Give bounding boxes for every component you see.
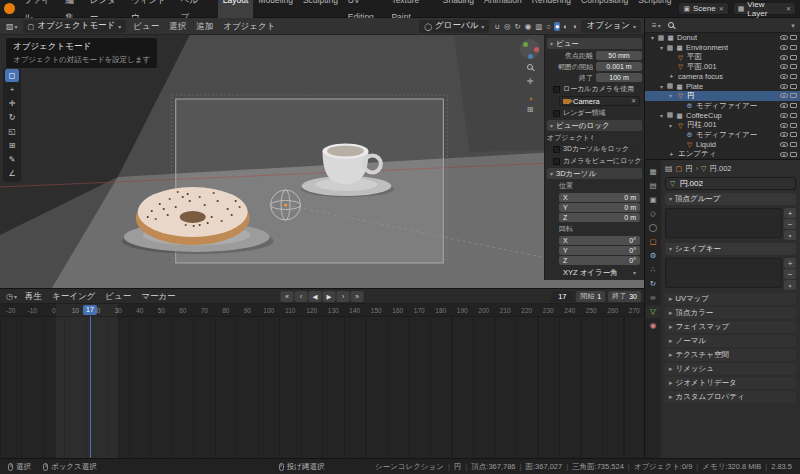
cursor-location-field[interactable]: Y 0 m	[559, 203, 640, 212]
frame-start-field[interactable]: 開始 1	[576, 291, 605, 302]
checkbox[interactable]	[553, 146, 560, 153]
checkbox[interactable]	[553, 158, 560, 165]
render-visibility-icon[interactable]	[790, 84, 797, 89]
properties-section[interactable]: ノーマル	[665, 335, 796, 347]
view-layer-selector[interactable]: View Layer	[733, 2, 796, 15]
playhead-badge[interactable]: 17	[83, 305, 97, 315]
outliner-row[interactable]: 平面.001	[645, 62, 800, 72]
tab-view-layer[interactable]: ▣	[646, 193, 660, 206]
outliner-row[interactable]: Donut	[645, 33, 800, 43]
collection-checkbox[interactable]	[667, 45, 673, 51]
clip-end-field[interactable]: 100 m	[596, 73, 642, 82]
vertex-groups-listbox[interactable]	[665, 208, 782, 238]
blender-logo-icon[interactable]	[4, 3, 15, 14]
xray-toggle-icon[interactable]: ▥	[534, 22, 543, 31]
visibility-eye-icon[interactable]	[780, 132, 788, 137]
outliner-row[interactable]: エンプティ	[645, 149, 800, 159]
outliner-row[interactable]: 円	[645, 91, 800, 101]
shading-solid-icon[interactable]: ●	[554, 22, 561, 31]
menu-view[interactable]: ビュー	[100, 288, 136, 304]
add-button[interactable]	[784, 258, 796, 268]
tab-particles[interactable]: ∴	[646, 263, 660, 276]
tool-transform[interactable]: ⊞	[5, 139, 19, 152]
play-reverse-button[interactable]: ◀	[309, 291, 322, 302]
properties-section[interactable]: 頂点カラー	[665, 307, 796, 319]
disclosure-icon[interactable]	[658, 83, 665, 90]
render-visibility-icon[interactable]	[790, 113, 797, 118]
tab-scene[interactable]: ◇	[646, 207, 660, 220]
cursor-panel-header[interactable]: 3Dカーソル	[547, 168, 642, 179]
tool-cursor[interactable]: +	[5, 83, 19, 96]
shading-rendered-icon[interactable]: ◑	[571, 22, 578, 31]
tab-data[interactable]: ▽	[646, 305, 660, 318]
cursor-rotation-field[interactable]: Z 0°	[559, 256, 640, 265]
cursor-location-field[interactable]: Z 0 m	[559, 213, 640, 222]
render-visibility-icon[interactable]	[790, 45, 797, 50]
breadcrumb-object[interactable]: 円	[685, 164, 693, 174]
properties-section[interactable]: フェイスマップ	[665, 321, 796, 333]
vertex-groups-header[interactable]: 頂点グループ	[665, 193, 796, 205]
tab-material[interactable]: ◉	[646, 319, 660, 332]
cursor-rotation-field[interactable]: X 0°	[559, 236, 640, 245]
jump-start-button[interactable]: «	[281, 291, 294, 302]
tool-scale[interactable]: ◱	[5, 125, 19, 138]
local-camera-checkbox-row[interactable]: ローカルカメラを使用	[553, 84, 642, 94]
properties-section[interactable]: UVマップ	[665, 293, 796, 305]
tab-world[interactable]: ◯	[646, 221, 660, 234]
cursor-rotation-field[interactable]: Y 0°	[559, 246, 640, 255]
editor-type-button[interactable]	[649, 21, 664, 30]
shading-wireframe-icon[interactable]: ○	[545, 22, 552, 31]
disclosure-icon[interactable]	[667, 122, 674, 129]
visibility-eye-icon[interactable]	[780, 152, 788, 157]
visibility-eye-icon[interactable]	[780, 84, 788, 89]
menu-object[interactable]: オブジェクト	[218, 18, 280, 34]
scene-selector[interactable]: Scene	[678, 2, 728, 15]
visibility-eye-icon[interactable]	[780, 113, 788, 118]
lock-object-field[interactable]	[596, 133, 642, 142]
tool-annotate[interactable]: ✎	[5, 153, 19, 166]
transform-orientation-dropdown[interactable]: グローバル	[419, 20, 489, 33]
shape-keys-listbox[interactable]	[665, 258, 782, 288]
filter-icon[interactable]	[790, 21, 796, 30]
viewport-canvas[interactable]: オブジェクトモード オブジェクトの対話モードを設定します ◻+✛↻◱⊞✎∠	[0, 35, 644, 288]
shading-material-icon[interactable]: ◐	[562, 22, 569, 31]
outliner-row[interactable]: Plate	[645, 81, 800, 91]
view-panel-header[interactable]: ビュー	[547, 38, 642, 49]
current-frame-field[interactable]: 17	[551, 291, 573, 302]
lock-cursor-checkbox-row[interactable]: 3Dカーソルをロック	[553, 144, 642, 154]
outliner-row[interactable]: モディファイアー	[645, 130, 800, 140]
tool-select-box[interactable]: ◻	[5, 69, 19, 82]
proportional-edit-icon[interactable]: ◎	[503, 22, 512, 31]
disclosure-icon[interactable]	[658, 44, 665, 51]
tab-object[interactable]: ▢	[646, 235, 660, 248]
menu-add[interactable]: 追加	[191, 18, 218, 34]
view-lock-panel-header[interactable]: ビューのロック	[547, 120, 642, 131]
render-visibility-icon[interactable]	[790, 152, 797, 157]
tab-constraints[interactable]: ∞	[646, 291, 660, 304]
clip-start-field[interactable]: 0.001 m	[596, 62, 642, 71]
menu-keying[interactable]: キーイング	[47, 288, 100, 304]
tab-render[interactable]: ▦	[646, 165, 660, 178]
gizmo-toggle-icon[interactable]: ↻	[513, 22, 521, 31]
snap-magnet-icon[interactable]: ∪	[493, 22, 501, 31]
remove-button[interactable]	[784, 269, 796, 279]
collection-checkbox[interactable]	[658, 35, 664, 41]
render-visibility-icon[interactable]	[790, 103, 797, 108]
menu-select[interactable]: 選択	[164, 18, 191, 34]
tab-physics[interactable]: ↻	[646, 277, 660, 290]
menu-marker[interactable]: マーカー	[136, 288, 180, 304]
render-visibility-icon[interactable]	[790, 123, 797, 128]
frame-end-field[interactable]: 終了 30	[608, 291, 641, 302]
outliner-row[interactable]: CoffeeCup	[645, 111, 800, 121]
visibility-eye-icon[interactable]	[780, 64, 788, 69]
prev-keyframe-button[interactable]: ‹	[295, 291, 308, 302]
tab-modifiers[interactable]: ⚙	[646, 249, 660, 262]
remove-button[interactable]	[784, 219, 796, 229]
rotation-mode-dropdown[interactable]: XYZ オイラー角	[559, 268, 640, 278]
next-keyframe-button[interactable]: ›	[337, 291, 350, 302]
tool-move[interactable]: ✛	[5, 97, 19, 110]
tab-output[interactable]: ▤	[646, 179, 660, 192]
cursor-location-field[interactable]: X 0 m	[559, 193, 640, 202]
outliner-row[interactable]: 平面	[645, 52, 800, 62]
editor-type-button[interactable]	[3, 22, 21, 31]
